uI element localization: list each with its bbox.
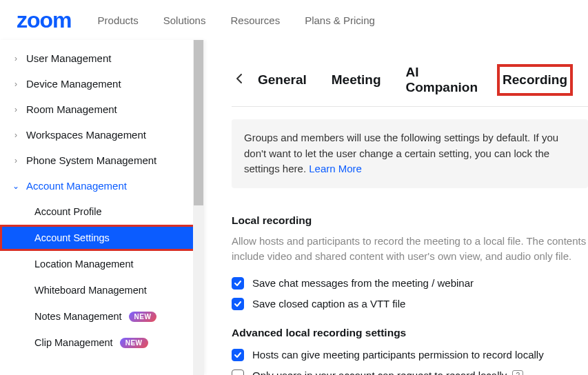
sidebar-item-label: Phone System Management bbox=[26, 154, 156, 166]
check-label: Only users in your account can request t… bbox=[252, 369, 507, 375]
sidebar-item-label: Device Management bbox=[26, 78, 121, 90]
chevron-right-icon: › bbox=[11, 130, 21, 140]
check-hosts-permission[interactable]: Hosts can give meeting participants perm… bbox=[232, 349, 588, 361]
back-icon[interactable] bbox=[232, 69, 247, 91]
sidebar-sub-label: Clip Management bbox=[34, 337, 113, 348]
check-only-account-users[interactable]: Only users in your account can request t… bbox=[232, 369, 588, 376]
checkbox-icon[interactable] bbox=[232, 349, 244, 361]
sidebar-sub-notes-management[interactable]: Notes Management NEW bbox=[0, 303, 204, 330]
sidebar-item-account-management[interactable]: ⌄ Account Management bbox=[0, 173, 204, 199]
tab-ai-companion[interactable]: AI Companion bbox=[405, 61, 480, 99]
nav-resources[interactable]: Resources bbox=[230, 14, 280, 26]
sidebar-sub-account-settings[interactable]: Account Settings bbox=[0, 225, 204, 251]
sidebar-sub-label: Account Settings bbox=[34, 232, 110, 243]
advanced-settings-title: Advanced local recording settings bbox=[232, 327, 588, 339]
check-label: Hosts can give meeting participants perm… bbox=[252, 349, 544, 361]
check-label: Save chat messages from the meeting / we… bbox=[252, 277, 474, 289]
chevron-right-icon: › bbox=[11, 54, 21, 63]
scrollbar-track[interactable] bbox=[193, 40, 204, 375]
check-save-vtt[interactable]: Save closed caption as a VTT file bbox=[232, 298, 588, 310]
sidebar-item-room-management[interactable]: › Room Management bbox=[0, 97, 204, 122]
sidebar-item-device-management[interactable]: › Device Management bbox=[0, 71, 204, 97]
checkbox-icon[interactable] bbox=[232, 369, 244, 376]
notice-text: Groups and members will use the followin… bbox=[244, 132, 558, 174]
sidebar-item-phone-system-management[interactable]: › Phone System Management bbox=[0, 148, 204, 173]
notice-learn-more-link[interactable]: Learn More bbox=[309, 163, 362, 174]
info-icon[interactable]: ? bbox=[512, 370, 523, 376]
sidebar-item-label: Room Management bbox=[26, 103, 117, 115]
check-label: Save closed caption as a VTT file bbox=[252, 298, 405, 310]
sidebar-sub-label: Location Management bbox=[34, 259, 134, 270]
scrollbar-thumb[interactable] bbox=[194, 40, 203, 205]
chevron-right-icon: › bbox=[11, 105, 21, 114]
main-container: › User Management › Device Management › … bbox=[0, 40, 588, 375]
notice-banner: Groups and members will use the followin… bbox=[232, 119, 588, 188]
sidebar: › User Management › Device Management › … bbox=[0, 40, 204, 375]
chevron-right-icon: › bbox=[11, 156, 21, 165]
sidebar-sub-label: Notes Management bbox=[34, 311, 122, 322]
tab-general[interactable]: General bbox=[256, 68, 308, 92]
chevron-right-icon: › bbox=[11, 79, 21, 89]
sidebar-sub-label: Whiteboard Management bbox=[34, 285, 147, 296]
content-panel: General Meeting AI Companion Recording G… bbox=[204, 40, 588, 375]
sidebar-item-workspaces-management[interactable]: › Workspaces Management bbox=[0, 122, 204, 148]
sidebar-item-label: Account Management bbox=[26, 180, 127, 192]
section-title: Local recording bbox=[232, 214, 588, 227]
checkbox-icon[interactable] bbox=[232, 277, 244, 290]
tab-recording[interactable]: Recording bbox=[501, 68, 569, 92]
zoom-logo[interactable]: zoom bbox=[17, 8, 72, 33]
nav-plans-pricing[interactable]: Plans & Pricing bbox=[305, 14, 375, 26]
sidebar-sub-whiteboard-management[interactable]: Whiteboard Management bbox=[0, 277, 204, 303]
tab-meeting[interactable]: Meeting bbox=[330, 68, 383, 92]
local-recording-section: Local recording Allow hosts and particip… bbox=[232, 214, 588, 376]
sidebar-sub-label: Account Profile bbox=[34, 206, 102, 217]
new-badge: NEW bbox=[129, 312, 157, 322]
nav-solutions[interactable]: Solutions bbox=[163, 14, 206, 26]
chevron-down-icon: ⌄ bbox=[11, 181, 21, 191]
sidebar-item-user-management[interactable]: › User Management bbox=[0, 45, 204, 71]
sidebar-sub-location-management[interactable]: Location Management bbox=[0, 251, 204, 277]
checkbox-icon[interactable] bbox=[232, 298, 244, 310]
new-badge: NEW bbox=[120, 338, 148, 348]
sidebar-item-label: Workspaces Management bbox=[26, 129, 146, 141]
top-header: zoom Products Solutions Resources Plans … bbox=[0, 0, 588, 40]
check-save-chat[interactable]: Save chat messages from the meeting / we… bbox=[232, 277, 588, 290]
nav-products[interactable]: Products bbox=[98, 14, 139, 26]
tab-bar: General Meeting AI Companion Recording bbox=[232, 61, 588, 107]
sidebar-sub-clip-management[interactable]: Clip Management NEW bbox=[0, 330, 204, 356]
sidebar-sub-account-profile[interactable]: Account Profile bbox=[0, 199, 204, 225]
sidebar-item-label: User Management bbox=[26, 52, 111, 64]
section-desc: Allow hosts and participants to record t… bbox=[232, 234, 588, 265]
